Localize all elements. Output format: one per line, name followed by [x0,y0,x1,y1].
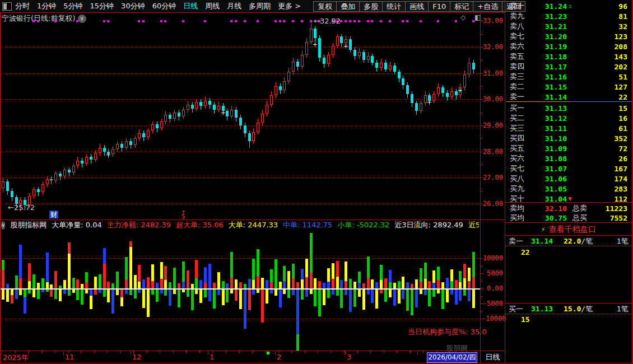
order-book-row[interactable]: 买五31.0972 [505,143,632,153]
order-book-row[interactable]: 买七31.07167 [505,164,632,174]
level-quantity: 167 [567,165,627,173]
candle [41,184,44,192]
candle [252,132,255,141]
candle [239,118,242,125]
order-book-row[interactable]: 卖九31.2381 [505,11,632,21]
order-book-row[interactable]: 卖二31.15127 [505,82,632,92]
order-book-row[interactable]: 买六31.0826 [505,153,632,164]
flow-bar [292,278,295,288]
trading-app-window: 分时1分钟5分钟15分钟30分钟60分钟日线周线月线多周期更多 > 复权叠加多股… [0,0,633,364]
menu-item-5分钟[interactable]: 5分钟 [63,1,82,11]
menu-button-多股[interactable]: 多股 [359,1,382,12]
candle [208,101,211,105]
zero-line [0,288,480,290]
flow-bar [384,289,387,302]
minor-tick [318,351,318,353]
flow-bar [310,289,313,294]
level-label: 买七 [510,164,534,174]
flow-bar [279,289,282,307]
average-row: 卖均32.10总卖11223 [505,203,632,213]
minor-tick [107,351,108,353]
flow-bar [208,264,211,288]
menu-item-60分钟[interactable]: 60分钟 [152,1,176,11]
order-book-row[interactable]: 卖八31.2132 [505,21,632,31]
flow-bar [178,283,180,288]
flow-bar [450,281,453,289]
menu-item-1分钟[interactable]: 1分钟 [37,1,56,11]
order-book-row[interactable]: 买三31.1161 [505,123,632,133]
flow-bar [50,284,53,288]
axis-tick [481,204,483,204]
menu-item-月线[interactable]: 月线 [227,1,241,11]
white-cross-marker [460,88,460,92]
selected-date-box: 2026/04/02/四 [427,352,477,363]
flow-axis-label: 5000 [482,269,503,277]
menu-item-更多 >[interactable]: 更多 > [278,1,301,11]
flow-bar [11,289,13,295]
menu-item-多周期[interactable]: 多周期 [249,1,271,11]
order-book-panel: 卖十31.24±96卖九31.2381卖八31.2132卖七31.20123卖六… [505,0,632,364]
minor-tick [28,351,29,353]
menu-button-标记[interactable]: 标记 [450,1,473,12]
menu-button-+自选[interactable]: +自选 [473,1,502,12]
flow-bar [279,282,282,288]
level-label: 卖六 [510,41,534,52]
order-book-row[interactable]: 卖三31.1651 [505,72,632,82]
menu-button-统计[interactable]: 统计 [382,1,405,12]
flow-bar [235,289,238,301]
flow-bar [2,270,4,288]
level-price: 31.12 [534,114,567,123]
flow-bar [353,289,356,307]
financial-report-marker[interactable]: 财 [49,211,58,218]
month-tick [417,351,418,355]
order-book-row[interactable]: 卖六31.19208 [505,41,632,52]
order-book-row[interactable]: 卖七31.20123 [505,31,632,41]
flow-bar [371,279,374,288]
axis-tick [481,34,482,35]
menu-item-15分钟[interactable]: 15分钟 [90,1,114,11]
candle [164,115,167,122]
flow-bar [151,281,154,289]
order-book-row[interactable]: 卖十31.24±96 [505,1,632,11]
candle [199,102,202,106]
menu-item-日线[interactable]: 日线 [183,1,198,11]
order-book-row[interactable]: 买四31.10352 [505,133,632,143]
minor-tick [357,351,358,353]
period-indicator[interactable]: 日线 [481,351,505,363]
order-book-row[interactable]: 买一31.1315 [505,103,632,113]
order-book-row[interactable]: 卖五31.18143 [505,52,632,62]
order-book-row[interactable]: 买二31.1216 [505,113,632,123]
candle [345,39,347,43]
flow-bar [393,283,396,288]
order-book-row[interactable]: 卖四31.17202 [505,62,632,72]
flow-bar [314,289,316,306]
flow-bar [270,282,273,288]
menu-item-分时[interactable]: 分时 [15,1,30,11]
window-icon[interactable] [2,2,12,11]
thousand-depth-link[interactable]: ⚡ 查看千档盘口 [505,223,631,235]
flow-bar [411,284,413,288]
menu-button-F10[interactable]: F10 [428,1,450,12]
minor-tick [252,351,253,353]
flow-bar [432,289,435,297]
menu-button-画线[interactable]: 画线 [405,1,428,12]
menu-item-30分钟[interactable]: 30分钟 [121,1,145,11]
menu-item-周线[interactable]: 周线 [205,1,220,11]
flow-bar [169,282,171,288]
flow-bar [358,289,361,297]
signal-dot [406,20,408,22]
minor-tick [186,351,187,353]
flow-bar [160,289,163,293]
order-book-row[interactable]: 买九31.05283 [505,184,632,194]
order-book-row[interactable]: 买八31.06174 [505,174,632,184]
signal-dot [402,20,404,22]
menu-button-叠加[interactable]: 叠加 [336,1,359,12]
flow-bar [270,289,273,293]
flow-bar [37,283,40,288]
order-book-row[interactable]: 卖一31.1422 [505,92,632,102]
flow-bar [305,277,308,288]
candle [103,148,106,152]
flow-bar [107,289,110,302]
menu-button-复权[interactable]: 复权 [313,1,336,12]
flow-bar [406,282,409,288]
